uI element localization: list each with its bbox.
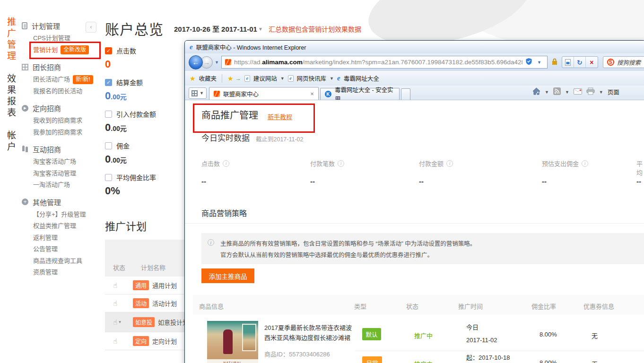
plan-name[interactable]: 定向计划 [152, 337, 177, 346]
sidebar-item-etao-plaza[interactable]: 一淘活动广场 [22, 179, 102, 191]
new-badge: 新!新! [73, 75, 93, 84]
stop-icon[interactable]: × [586, 57, 598, 68]
chevron-down-icon[interactable]: ▼ [280, 76, 285, 81]
favorites-item-duba-site[interactable]: 毒霸网址大全 [344, 74, 379, 83]
status-promoting: 推广中 [414, 331, 433, 340]
plan-type-badge: 定向 [133, 336, 149, 346]
sidebar-group-header[interactable]: 定向招商 [22, 101, 102, 115]
nav-item-effect-reports[interactable]: 效果报表 [4, 74, 17, 119]
tab-alliance-merchant-center[interactable]: 联盟商家中心 × [209, 87, 319, 100]
promo-time-today: 今日 [466, 322, 479, 331]
sidebar-item-taobaoke-management[interactable]: 淘宝客活动管理 [22, 168, 102, 180]
coupon-info: 无 [592, 359, 598, 363]
mail-icon[interactable] [574, 88, 582, 96]
info-icon: i [208, 239, 214, 246]
address-dropdown-icon[interactable]: ▼ [537, 60, 541, 65]
page-title: 账户总览 [105, 18, 164, 39]
column-status: 状态 [406, 302, 418, 311]
favorites-star-icon: ★ [190, 75, 196, 82]
tab-duba-site[interactable]: K 毒霸网址大全 - 安全实用... [320, 88, 400, 100]
metric-value: 0% [105, 185, 188, 197]
compatibility-view-icon[interactable] [562, 57, 574, 68]
info-icon[interactable]: i [338, 160, 344, 167]
sidebar-item-joined-demands[interactable]: 我参加的招商需求 [22, 127, 102, 138]
thumb-hand-icon[interactable]: ☝ [105, 299, 133, 308]
info-icon[interactable]: i [223, 160, 229, 167]
address-bar[interactable]: https://ad.alimama.com/marketing/index.h… [221, 56, 548, 69]
thumb-hand-icon[interactable]: ☝▾ [105, 318, 133, 327]
sidebar-item-taobaoke-plaza[interactable]: 淘宝客活动广场 [22, 156, 102, 168]
sidebar-item-rebate-management[interactable]: 返利管理 [22, 232, 102, 244]
page-menu-button[interactable]: 页面 [608, 87, 619, 96]
alimama-favicon [214, 91, 220, 97]
chevron-down-icon[interactable]: ▼ [565, 90, 569, 95]
promo-time-date: 2017-11-02 [466, 337, 497, 344]
plan-name[interactable]: 通用计划 [152, 281, 177, 290]
sidebar-item-received-demands[interactable]: 我收到的招商需求 [22, 115, 102, 127]
metric-settlement-amount: ✓结算金额 0.00元 [105, 78, 188, 102]
thumb-hand-icon[interactable]: ☝ [105, 281, 133, 290]
favorites-item-web-slices[interactable]: 网页快讯库 [297, 74, 327, 83]
metric-payment-amount: 引入付款金额 0.00元 [105, 109, 188, 134]
history-dropdown-icon[interactable]: ▼ [215, 60, 219, 65]
chevron-down-icon[interactable]: ▼ [545, 90, 549, 95]
type-badge-daily: 日常 [362, 356, 382, 363]
info-icon[interactable]: i [446, 160, 453, 167]
chevron-down-icon[interactable]: ▼ [599, 90, 603, 95]
product-title[interactable]: 2017夏季最新长款吊带连衣裙波西米亚风格海边度假长裙沙滩裙 [264, 323, 357, 343]
sidebar-group-header[interactable]: 团长招商 [22, 60, 102, 74]
sidebar-item-leader-plaza[interactable]: 团长活动广场 新!新! [22, 74, 102, 86]
sidebar-item-announcement-management[interactable]: 公告管理 [22, 243, 102, 255]
feeds-icon[interactable] [553, 87, 561, 96]
plan-name[interactable]: 活动计划 [152, 299, 177, 308]
sidebar-collapse-button[interactable]: ‹ [86, 22, 96, 33]
add-favorite-icon[interactable]: ★ [227, 75, 234, 82]
checkbox-unchecked[interactable] [105, 142, 112, 149]
web-slices-icon: e [288, 75, 294, 82]
favorites-button[interactable]: 收藏夹 [199, 74, 217, 83]
sidebar-item-qualification-management[interactable]: 资质管理 [22, 267, 102, 278]
refresh-icon[interactable]: ↻ [574, 57, 586, 68]
sidebar-group-header[interactable]: + 其他管理 [22, 195, 102, 209]
checkbox-checked[interactable]: ✓ [105, 79, 112, 86]
favorites-item-suggested-sites[interactable]: 建议网站 [253, 74, 277, 83]
chevron-down-icon[interactable]: ▼ [330, 76, 334, 81]
plus-circle-icon: + [22, 199, 28, 205]
checkbox-unchecked[interactable] [105, 174, 112, 181]
grid-icon [22, 64, 28, 70]
quick-tabs-button[interactable]: ▼ [189, 87, 207, 99]
back-button[interactable]: ← [189, 55, 203, 69]
browser-title-bar[interactable]: e 联盟商家中心 - Windows Internet Explorer [185, 41, 644, 53]
info-text-line2: 官方会默认从当前有效的营销策略中选择最优的佣金与最优质的优惠券进行推广。 [220, 250, 433, 259]
add-main-product-button[interactable]: 添加主推商品 [201, 268, 254, 283]
search-box[interactable]: S 搜狗搜索 [603, 56, 644, 68]
checkbox-checked[interactable]: ✓ [105, 47, 112, 54]
sidebar-group-header[interactable]: 互动招商 [22, 142, 102, 156]
sidebar-item-violation-query-tool[interactable]: 商品违规查询工具 [22, 255, 102, 267]
checkbox-unchecked[interactable] [105, 111, 112, 118]
info-icon[interactable]: i [582, 160, 588, 167]
nav-item-account[interactable]: 帐户 [4, 130, 17, 153]
location-pin-icon [22, 105, 28, 112]
metric-commission: 佣金 0.00元 [105, 141, 188, 165]
sidebar-item-rights-promotion[interactable]: 权益类推广管理 [22, 220, 102, 232]
rt-value: -- [419, 177, 424, 185]
product-image[interactable]: -NATURAL- [207, 321, 258, 363]
date-range-selector[interactable]: 2017-10-26 至 2017-11-01▼ [174, 24, 263, 34]
sidebar-item-my-leader-activities[interactable]: 我报名的团长活动 [22, 86, 102, 97]
tab-bar: ▼ 联盟商家中心 × K 毒霸网址大全 - 安全实用... ▼ ▼ ▼ 页面 [185, 86, 644, 100]
rt-metric-commission: 预估支出佣金i [542, 159, 588, 168]
tab-close-icon[interactable]: × [310, 90, 314, 97]
strategy-info-box: i 主推商品的所有有效营销策略，包含日常设置的策略和参与 “场景活动” 中为活动… [201, 233, 644, 264]
home-icon[interactable] [532, 87, 540, 96]
sidebar-item-share-upgrade[interactable]: 【分享+】升级管理 [22, 209, 102, 221]
sidebar-group-directional-investment: 定向招商 我收到的招商需求 我参加的招商需求 [22, 101, 102, 138]
nav-item-promotion-management[interactable]: 推广管理 [4, 17, 17, 62]
metric-clicks: ✓点击数 0 [105, 46, 188, 70]
divider [185, 223, 644, 224]
new-tab-stub[interactable] [401, 88, 410, 100]
thumb-hand-icon[interactable]: ☝ [105, 337, 133, 346]
sidebar-group-label: 计划管理 [32, 21, 60, 31]
sidebar-group-label: 定向招商 [33, 103, 61, 113]
print-icon[interactable] [586, 87, 595, 96]
